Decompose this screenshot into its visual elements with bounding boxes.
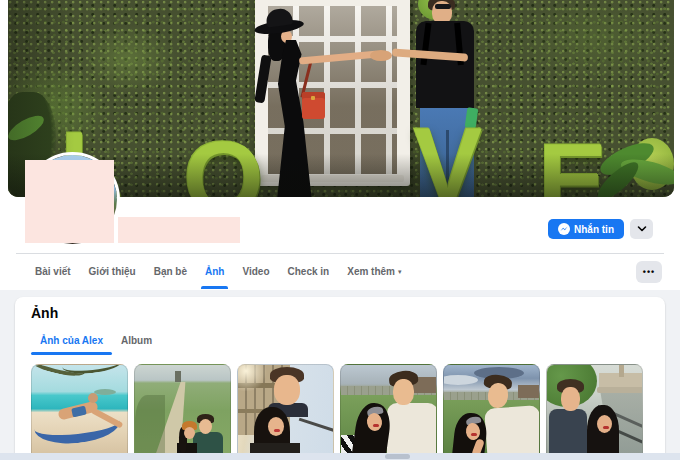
- photo-thumbnail-garden-couple-zebra[interactable]: [340, 364, 437, 460]
- tab-label: Giới thiệu: [89, 266, 136, 277]
- profile-header: L O V E Nhắn tin Bài viết G: [0, 0, 680, 290]
- avatar-censor-box: [25, 160, 114, 243]
- name-censor-box: [118, 217, 240, 243]
- tab-label: Bạn bè: [154, 266, 187, 277]
- tab-anh-cua-alex[interactable]: Ảnh của Alex: [31, 325, 112, 355]
- tab-ban-be[interactable]: Bạn bè: [145, 254, 196, 289]
- photos-tabs: Ảnh của Alex Album: [31, 325, 649, 355]
- chevron-down-icon: [637, 224, 647, 234]
- topiary-letter-v: V: [413, 112, 482, 197]
- message-button[interactable]: Nhắn tin: [548, 219, 624, 239]
- profile-actions: Nhắn tin: [548, 219, 653, 239]
- page-content: Ảnh Ảnh của Alex Album: [0, 290, 680, 460]
- message-button-label: Nhắn tin: [574, 224, 614, 235]
- handbag-clasp: [311, 96, 315, 100]
- photo-thumbnail-hill-path-couple[interactable]: [134, 364, 231, 460]
- photos-card: Ảnh Ảnh của Alex Album: [15, 297, 665, 460]
- profile-more-chevron-button[interactable]: [630, 219, 653, 239]
- tab-anh[interactable]: Ảnh: [196, 254, 233, 289]
- tab-check-in[interactable]: Check in: [279, 254, 339, 289]
- photo-thumbnail-beach-hammock[interactable]: [31, 364, 128, 460]
- horizontal-scrollbar-track[interactable]: [0, 453, 680, 460]
- tab-video[interactable]: Video: [233, 254, 278, 289]
- topiary-letter-e: E: [538, 128, 607, 197]
- topiary-letter-o: O: [183, 126, 264, 197]
- tab-label: Bài viết: [35, 266, 71, 277]
- photos-section-title: Ảnh: [31, 305, 649, 321]
- tab-xem-them[interactable]: Xem thêm ▾: [338, 254, 410, 289]
- tab-label: Video: [242, 266, 269, 277]
- ptab-label: Ảnh của Alex: [40, 335, 103, 346]
- photo-thumbnail-big-ben-couple[interactable]: [237, 364, 334, 460]
- photo-thumbnail-river-couple[interactable]: [546, 364, 643, 460]
- tab-label: Xem thêm: [347, 266, 395, 277]
- profile-nav-tabs: Bài viết Giới thiệu Bạn bè Ảnh Video Che…: [26, 254, 411, 289]
- tab-album[interactable]: Album: [112, 325, 161, 355]
- tab-label: Check in: [288, 266, 330, 277]
- photo-grid: [31, 364, 649, 460]
- ptab-label: Album: [121, 335, 152, 346]
- horizontal-scrollbar-thumb[interactable]: [385, 454, 410, 459]
- tab-gioi-thieu[interactable]: Giới thiệu: [80, 254, 145, 289]
- ellipsis-icon: •••: [643, 267, 655, 277]
- man-sunglasses: [435, 4, 451, 9]
- nav-more-button[interactable]: •••: [636, 261, 662, 283]
- caret-down-icon: ▾: [398, 268, 402, 276]
- messenger-icon: [558, 223, 570, 235]
- tab-bai-viet[interactable]: Bài viết: [26, 254, 80, 289]
- photo-thumbnail-garden-couple-sky[interactable]: [443, 364, 540, 460]
- tab-label: Ảnh: [205, 266, 224, 277]
- handshake: [370, 50, 392, 61]
